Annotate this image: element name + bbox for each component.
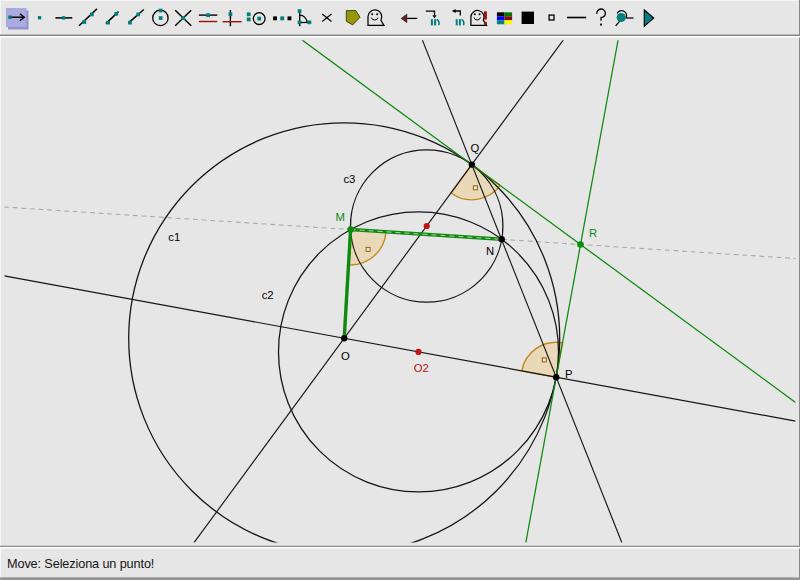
svg-text:c2: c2 bbox=[262, 289, 274, 301]
svg-text:P: P bbox=[565, 368, 573, 380]
svg-text:N: N bbox=[486, 245, 494, 257]
svg-text:R: R bbox=[589, 227, 597, 239]
svg-text:c3: c3 bbox=[343, 173, 355, 185]
svg-text:c1: c1 bbox=[168, 231, 180, 243]
svg-text:O2: O2 bbox=[414, 362, 429, 374]
svg-text:Move: Seleziona un punto!: Move: Seleziona un punto! bbox=[7, 557, 154, 571]
svg-text:M: M bbox=[336, 211, 345, 223]
svg-text:Q: Q bbox=[470, 142, 479, 154]
svg-text:O: O bbox=[341, 350, 350, 362]
